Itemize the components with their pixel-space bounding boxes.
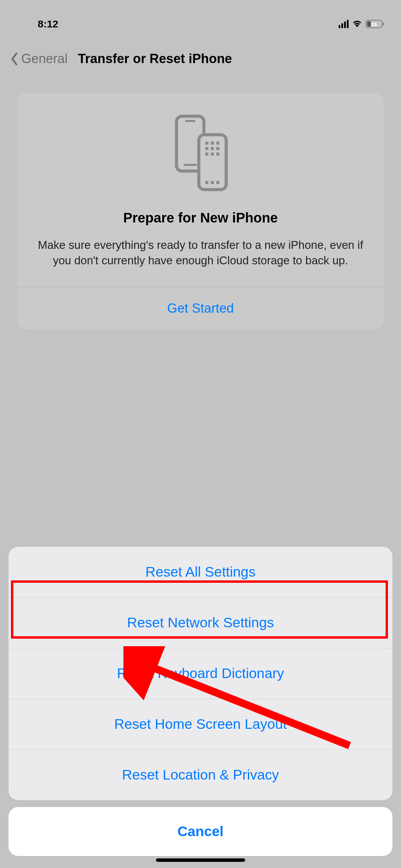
svg-rect-4 xyxy=(205,142,208,145)
wifi-icon xyxy=(352,19,362,29)
svg-rect-6 xyxy=(216,142,219,145)
home-indicator[interactable] xyxy=(156,858,245,862)
back-label: General xyxy=(21,51,68,66)
page-title: Transfer or Reset iPhone xyxy=(78,51,232,66)
prepare-card-description: Make sure everything's ready to transfer… xyxy=(31,238,370,268)
back-button[interactable]: General xyxy=(10,51,68,66)
battery-percent: 28 xyxy=(371,21,377,27)
svg-rect-11 xyxy=(211,153,214,156)
reset-home-screen-layout-option[interactable]: Reset Home Screen Layout xyxy=(9,699,392,750)
svg-rect-15 xyxy=(216,181,219,184)
svg-rect-5 xyxy=(211,142,214,145)
action-sheet-container: Reset All Settings Reset Network Setting… xyxy=(0,547,401,868)
phones-transfer-icon xyxy=(31,114,370,193)
status-indicators: 28 xyxy=(339,19,384,29)
nav-bar: General Transfer or Reset iPhone xyxy=(0,41,401,80)
status-time: 8:12 xyxy=(38,18,58,30)
prepare-card: Prepare for New iPhone Make sure everyth… xyxy=(17,94,384,329)
cellular-signal-icon xyxy=(339,20,349,28)
reset-keyboard-dictionary-option[interactable]: Reset Keyboard Dictionary xyxy=(9,648,392,699)
svg-rect-10 xyxy=(205,153,208,156)
svg-rect-12 xyxy=(216,153,219,156)
prepare-card-title: Prepare for New iPhone xyxy=(31,210,370,226)
svg-rect-8 xyxy=(211,147,214,150)
cancel-button[interactable]: Cancel xyxy=(9,807,392,856)
chevron-left-icon xyxy=(10,52,19,66)
svg-rect-9 xyxy=(216,147,219,150)
get-started-button[interactable]: Get Started xyxy=(31,287,370,329)
svg-rect-13 xyxy=(205,181,208,184)
reset-action-sheet: Reset All Settings Reset Network Setting… xyxy=(9,547,392,800)
reset-network-settings-option[interactable]: Reset Network Settings xyxy=(9,598,392,648)
reset-all-settings-option[interactable]: Reset All Settings xyxy=(9,547,392,598)
status-bar: 8:12 28 xyxy=(0,0,401,41)
svg-rect-14 xyxy=(211,181,214,184)
battery-icon: 28 xyxy=(366,20,384,28)
reset-location-privacy-option[interactable]: Reset Location & Privacy xyxy=(9,750,392,800)
svg-rect-7 xyxy=(205,147,208,150)
